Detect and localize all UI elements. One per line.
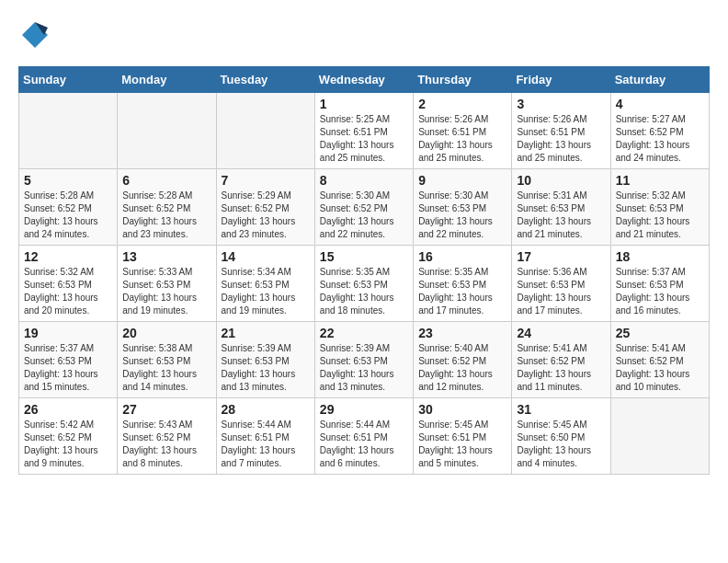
day-info: Sunrise: 5:31 AM Sunset: 6:53 PM Dayligh… xyxy=(517,190,605,241)
day-info: Sunrise: 5:30 AM Sunset: 6:53 PM Dayligh… xyxy=(418,190,506,241)
calendar-cell: 22Sunrise: 5:39 AM Sunset: 6:53 PM Dayli… xyxy=(314,322,413,398)
calendar-cell: 18Sunrise: 5:37 AM Sunset: 6:53 PM Dayli… xyxy=(610,246,709,322)
day-number: 8 xyxy=(320,173,408,188)
day-number: 30 xyxy=(418,402,506,417)
calendar-cell xyxy=(216,93,314,169)
calendar-cell: 28Sunrise: 5:44 AM Sunset: 6:51 PM Dayli… xyxy=(216,398,314,475)
day-number: 22 xyxy=(320,326,408,340)
calendar-cell: 29Sunrise: 5:44 AM Sunset: 6:51 PM Dayli… xyxy=(314,398,413,475)
calendar-cell: 25Sunrise: 5:41 AM Sunset: 6:52 PM Dayli… xyxy=(610,322,709,398)
calendar-cell: 27Sunrise: 5:43 AM Sunset: 6:52 PM Dayli… xyxy=(118,398,216,475)
weekday-header-saturday: Saturday xyxy=(610,67,709,93)
weekday-header-sunday: Sunday xyxy=(19,67,118,93)
weekday-header-friday: Friday xyxy=(512,67,610,93)
day-info: Sunrise: 5:26 AM Sunset: 6:51 PM Dayligh… xyxy=(517,113,605,165)
day-info: Sunrise: 5:35 AM Sunset: 6:53 PM Dayligh… xyxy=(418,266,506,317)
day-number: 23 xyxy=(418,326,506,340)
calendar-cell: 7Sunrise: 5:29 AM Sunset: 6:52 PM Daylig… xyxy=(216,169,314,246)
day-number: 26 xyxy=(24,402,112,417)
calendar-cell: 19Sunrise: 5:37 AM Sunset: 6:53 PM Dayli… xyxy=(19,322,118,398)
day-number: 19 xyxy=(24,326,112,340)
day-number: 17 xyxy=(517,249,605,264)
day-number: 11 xyxy=(616,173,704,188)
calendar-cell: 5Sunrise: 5:28 AM Sunset: 6:52 PM Daylig… xyxy=(19,169,118,246)
day-info: Sunrise: 5:36 AM Sunset: 6:53 PM Dayligh… xyxy=(517,266,605,317)
day-info: Sunrise: 5:44 AM Sunset: 6:51 PM Dayligh… xyxy=(320,419,408,470)
calendar-cell: 4Sunrise: 5:27 AM Sunset: 6:52 PM Daylig… xyxy=(610,93,709,169)
day-info: Sunrise: 5:41 AM Sunset: 6:52 PM Dayligh… xyxy=(517,342,605,394)
day-info: Sunrise: 5:25 AM Sunset: 6:51 PM Dayligh… xyxy=(320,113,408,165)
calendar-cell: 6Sunrise: 5:28 AM Sunset: 6:52 PM Daylig… xyxy=(118,169,216,246)
day-info: Sunrise: 5:37 AM Sunset: 6:53 PM Dayligh… xyxy=(616,266,704,317)
day-number: 29 xyxy=(320,402,408,417)
day-number: 25 xyxy=(616,326,704,340)
weekday-header-monday: Monday xyxy=(118,67,216,93)
page-header xyxy=(18,18,710,52)
day-info: Sunrise: 5:45 AM Sunset: 6:51 PM Dayligh… xyxy=(418,419,506,470)
calendar-cell: 31Sunrise: 5:45 AM Sunset: 6:50 PM Dayli… xyxy=(512,398,610,475)
day-number: 10 xyxy=(517,173,605,188)
calendar-cell: 30Sunrise: 5:45 AM Sunset: 6:51 PM Dayli… xyxy=(414,398,512,475)
day-info: Sunrise: 5:40 AM Sunset: 6:52 PM Dayligh… xyxy=(418,342,506,394)
day-number: 6 xyxy=(122,173,210,188)
day-number: 12 xyxy=(24,249,112,264)
logo xyxy=(18,18,57,52)
day-number: 1 xyxy=(320,97,408,111)
calendar-cell: 17Sunrise: 5:36 AM Sunset: 6:53 PM Dayli… xyxy=(512,246,610,322)
calendar-cell: 14Sunrise: 5:34 AM Sunset: 6:53 PM Dayli… xyxy=(216,246,314,322)
calendar-cell: 12Sunrise: 5:32 AM Sunset: 6:53 PM Dayli… xyxy=(19,246,118,322)
day-info: Sunrise: 5:41 AM Sunset: 6:52 PM Dayligh… xyxy=(616,342,704,394)
day-number: 16 xyxy=(418,249,506,264)
day-info: Sunrise: 5:39 AM Sunset: 6:53 PM Dayligh… xyxy=(222,342,310,394)
day-info: Sunrise: 5:27 AM Sunset: 6:52 PM Dayligh… xyxy=(616,113,704,165)
calendar-cell: 10Sunrise: 5:31 AM Sunset: 6:53 PM Dayli… xyxy=(512,169,610,246)
calendar-cell: 13Sunrise: 5:33 AM Sunset: 6:53 PM Dayli… xyxy=(118,246,216,322)
day-info: Sunrise: 5:26 AM Sunset: 6:51 PM Dayligh… xyxy=(418,113,506,165)
day-number: 21 xyxy=(222,326,310,340)
day-info: Sunrise: 5:45 AM Sunset: 6:50 PM Dayligh… xyxy=(517,419,605,470)
day-info: Sunrise: 5:37 AM Sunset: 6:53 PM Dayligh… xyxy=(24,342,112,394)
weekday-header-thursday: Thursday xyxy=(414,67,512,93)
calendar-cell: 16Sunrise: 5:35 AM Sunset: 6:53 PM Dayli… xyxy=(414,246,512,322)
calendar-cell: 15Sunrise: 5:35 AM Sunset: 6:53 PM Dayli… xyxy=(314,246,413,322)
day-number: 18 xyxy=(616,249,704,264)
calendar-cell: 1Sunrise: 5:25 AM Sunset: 6:51 PM Daylig… xyxy=(314,93,413,169)
calendar-cell: 26Sunrise: 5:42 AM Sunset: 6:52 PM Dayli… xyxy=(19,398,118,475)
day-info: Sunrise: 5:38 AM Sunset: 6:53 PM Dayligh… xyxy=(122,342,210,394)
day-info: Sunrise: 5:39 AM Sunset: 6:53 PM Dayligh… xyxy=(320,342,408,394)
day-number: 24 xyxy=(517,326,605,340)
day-number: 27 xyxy=(122,402,210,417)
day-number: 28 xyxy=(222,402,310,417)
day-number: 14 xyxy=(222,249,310,264)
day-info: Sunrise: 5:34 AM Sunset: 6:53 PM Dayligh… xyxy=(222,266,310,317)
day-number: 9 xyxy=(418,173,506,188)
calendar-cell: 20Sunrise: 5:38 AM Sunset: 6:53 PM Dayli… xyxy=(118,322,216,398)
day-number: 5 xyxy=(24,173,112,188)
day-info: Sunrise: 5:30 AM Sunset: 6:52 PM Dayligh… xyxy=(320,190,408,241)
weekday-header-wednesday: Wednesday xyxy=(314,67,413,93)
day-info: Sunrise: 5:28 AM Sunset: 6:52 PM Dayligh… xyxy=(122,190,210,241)
day-number: 4 xyxy=(616,97,704,111)
calendar-cell xyxy=(610,398,709,475)
day-number: 13 xyxy=(122,249,210,264)
day-info: Sunrise: 5:44 AM Sunset: 6:51 PM Dayligh… xyxy=(222,419,310,470)
calendar-table: SundayMondayTuesdayWednesdayThursdayFrid… xyxy=(18,66,710,475)
day-number: 20 xyxy=(122,326,210,340)
day-info: Sunrise: 5:29 AM Sunset: 6:52 PM Dayligh… xyxy=(222,190,310,241)
day-number: 31 xyxy=(517,402,605,417)
day-info: Sunrise: 5:32 AM Sunset: 6:53 PM Dayligh… xyxy=(616,190,704,241)
calendar-cell: 23Sunrise: 5:40 AM Sunset: 6:52 PM Dayli… xyxy=(414,322,512,398)
calendar-cell: 11Sunrise: 5:32 AM Sunset: 6:53 PM Dayli… xyxy=(610,169,709,246)
day-info: Sunrise: 5:33 AM Sunset: 6:53 PM Dayligh… xyxy=(122,266,210,317)
day-info: Sunrise: 5:42 AM Sunset: 6:52 PM Dayligh… xyxy=(24,419,112,470)
calendar-cell: 8Sunrise: 5:30 AM Sunset: 6:52 PM Daylig… xyxy=(314,169,413,246)
logo-icon xyxy=(18,18,51,52)
day-info: Sunrise: 5:28 AM Sunset: 6:52 PM Dayligh… xyxy=(24,190,112,241)
calendar-cell: 24Sunrise: 5:41 AM Sunset: 6:52 PM Dayli… xyxy=(512,322,610,398)
day-number: 15 xyxy=(320,249,408,264)
calendar-cell xyxy=(19,93,118,169)
calendar-cell: 21Sunrise: 5:39 AM Sunset: 6:53 PM Dayli… xyxy=(216,322,314,398)
weekday-header-tuesday: Tuesday xyxy=(216,67,314,93)
day-number: 2 xyxy=(418,97,506,111)
day-info: Sunrise: 5:43 AM Sunset: 6:52 PM Dayligh… xyxy=(122,419,210,470)
